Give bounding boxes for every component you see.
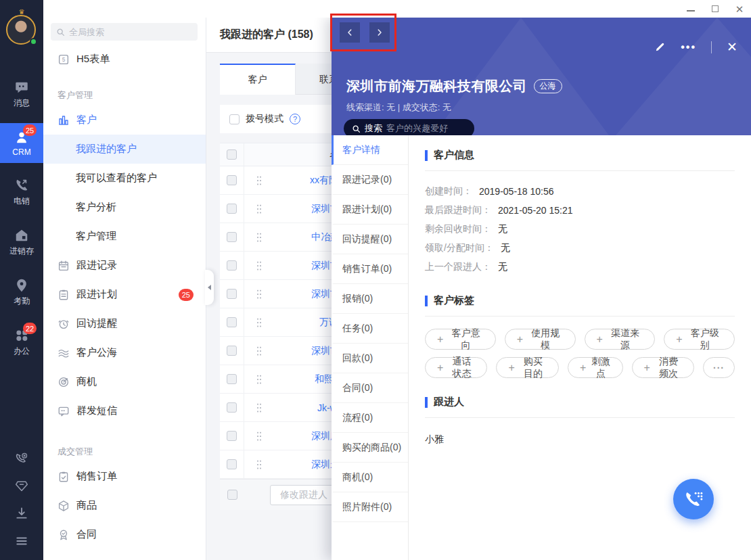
hamburger-menu-icon[interactable] xyxy=(15,534,28,548)
sidebar-item-products[interactable]: 商品 xyxy=(43,491,206,520)
row-checkbox[interactable] xyxy=(227,289,237,299)
row-checkbox[interactable] xyxy=(227,431,237,441)
row-checkbox[interactable] xyxy=(227,260,237,271)
sidebar-group-deal-mgmt: 成交管理 xyxy=(43,442,206,462)
vip-diamond-icon[interactable] xyxy=(15,479,28,492)
online-status-dot xyxy=(30,38,37,45)
detail-tab-purchased-products[interactable]: 购买的商品(0) xyxy=(332,433,408,463)
drag-handle-icon[interactable] xyxy=(256,232,261,243)
change-follower-button[interactable]: 修改跟进人 xyxy=(270,485,338,505)
detail-tab-followup-plans[interactable]: 跟进计划(0) xyxy=(332,195,408,225)
row-checkbox[interactable] xyxy=(227,232,237,242)
minimize-button[interactable] xyxy=(686,4,696,14)
detail-tab-sales-orders[interactable]: 销售订单(0) xyxy=(332,254,408,284)
interest-search-box[interactable]: 搜索 客户的兴趣爱好 xyxy=(344,119,474,135)
sidebar-item-callback-reminders[interactable]: 回访提醒 xyxy=(43,309,206,338)
select-all-checkbox[interactable] xyxy=(227,149,237,160)
sidebar-item-customer-analysis[interactable]: 客户分析 xyxy=(43,193,206,222)
sidebar-item-followup-records[interactable]: 跟进记录 xyxy=(43,251,206,280)
add-tag-channel-source[interactable]: +渠道来源 xyxy=(585,329,656,350)
row-checkbox[interactable] xyxy=(227,204,237,214)
tab-customers[interactable]: 客户 xyxy=(220,64,296,95)
sidebar-item-viewable-customers[interactable]: 我可以查看的客户 xyxy=(43,164,206,193)
row-checkbox[interactable] xyxy=(227,402,237,413)
sidebar-item-contracts[interactable]: 合同 xyxy=(43,520,206,549)
sidebar-item-followup-plans[interactable]: 跟进计划 25 xyxy=(43,280,206,309)
close-panel-icon[interactable]: ✕ xyxy=(727,41,737,53)
more-actions-icon[interactable]: ••• xyxy=(681,42,696,53)
search-icon xyxy=(352,124,361,133)
add-tag-stimulus-point[interactable]: +刺激点 xyxy=(568,357,623,378)
footer-select-all-checkbox[interactable] xyxy=(227,490,237,500)
drag-handle-icon[interactable] xyxy=(256,260,261,271)
sidebar-item-bulk-sms[interactable]: 群发短信 xyxy=(43,396,206,425)
next-customer-button[interactable] xyxy=(369,22,390,43)
drag-handle-icon[interactable] xyxy=(256,346,261,356)
add-tag-customer-level[interactable]: +客户级别 xyxy=(664,329,735,350)
help-icon[interactable]: ? xyxy=(290,114,300,124)
sidebar-item-h5-form[interactable]: H5表单 xyxy=(43,45,206,74)
detail-tab-followup-records[interactable]: 跟进记录(0) xyxy=(332,165,408,195)
detail-tab-opportunities[interactable]: 商机(0) xyxy=(332,463,408,492)
row-checkbox[interactable] xyxy=(227,374,237,384)
row-checkbox[interactable] xyxy=(227,346,237,356)
sidebar-item-sales-orders[interactable]: 销售订单 xyxy=(43,462,206,491)
detail-tab-payments[interactable]: 回款(0) xyxy=(332,344,408,373)
order-check-icon xyxy=(58,471,70,483)
detail-tab-workflows[interactable]: 流程(0) xyxy=(332,403,408,433)
rail-item-office[interactable]: 办公 22 xyxy=(0,321,43,363)
rail-item-telesales[interactable]: 电销 xyxy=(0,171,43,213)
sidebar-item-my-followed-customers[interactable]: 我跟进的客户 xyxy=(43,135,206,164)
more-tags-button[interactable]: ··· xyxy=(703,357,735,378)
rail-item-inventory[interactable]: 进销存 xyxy=(0,221,43,263)
detail-tab-customer-info[interactable]: 客户详情 xyxy=(332,135,408,165)
add-tag-customer-intent[interactable]: +客户意向 xyxy=(425,329,496,350)
drag-handle-icon[interactable] xyxy=(256,431,261,442)
user-avatar[interactable]: ♛ xyxy=(6,15,37,46)
add-tag-call-status[interactable]: +通话状态 xyxy=(425,357,487,378)
rail-item-crm[interactable]: CRM 25 xyxy=(0,123,43,163)
sidebar-item-customer-management[interactable]: 客户管理 xyxy=(43,222,206,251)
location-pin-icon xyxy=(14,278,29,293)
row-checkbox[interactable] xyxy=(227,175,237,185)
global-search-input[interactable] xyxy=(69,27,192,37)
add-tag-consumption-frequency[interactable]: +消费频次 xyxy=(632,357,694,378)
sidebar-collapse-handle[interactable] xyxy=(205,270,214,305)
dial-mode-checkbox[interactable] xyxy=(229,114,240,124)
sidebar-item-opportunities[interactable]: 商机 xyxy=(43,367,206,396)
call-fab-button[interactable] xyxy=(673,479,714,519)
store-icon xyxy=(14,228,29,243)
detail-tab-callback-reminders[interactable]: 回访提醒(0) xyxy=(332,225,408,254)
download-icon[interactable] xyxy=(15,507,28,520)
row-checkbox[interactable] xyxy=(227,317,237,327)
customer-detail-panel: ••• ✕ 深圳市前海万融科技有限公司 公海 线索渠道: 无 | 成交状态: 无… xyxy=(332,18,751,560)
sidebar-item-public-pool[interactable]: 客户公海 xyxy=(43,338,206,367)
edit-pencil-icon[interactable] xyxy=(654,41,666,53)
drag-handle-icon[interactable] xyxy=(256,402,261,413)
drag-handle-icon[interactable] xyxy=(256,289,261,300)
detail-tab-contracts[interactable]: 合同(0) xyxy=(332,373,408,403)
drag-handle-icon[interactable] xyxy=(256,317,261,328)
detail-tab-tasks[interactable]: 任务(0) xyxy=(332,314,408,344)
customer-title: 深圳市前海万融科技有限公司 xyxy=(346,77,527,95)
global-search-box[interactable] xyxy=(51,23,198,41)
rail-item-messages[interactable]: 消息 xyxy=(0,73,43,115)
detail-tab-photo-attachments[interactable]: 照片附件(0) xyxy=(332,492,408,522)
add-tag-purchase-purpose[interactable]: +购买目的 xyxy=(496,357,558,378)
maximize-button[interactable] xyxy=(710,4,720,14)
phone-icon xyxy=(14,178,29,193)
add-tag-usage-scale[interactable]: +使用规模 xyxy=(505,329,576,350)
drag-handle-icon[interactable] xyxy=(256,459,261,470)
rail-item-attendance[interactable]: 考勤 xyxy=(0,271,43,313)
drag-handle-icon[interactable] xyxy=(256,204,261,214)
close-window-button[interactable]: ✕ xyxy=(735,4,744,14)
detail-tab-expenses[interactable]: 报销(0) xyxy=(332,284,408,314)
prev-customer-button[interactable] xyxy=(340,22,360,43)
sidebar-item-customers[interactable]: 客户 xyxy=(43,106,206,135)
drag-handle-icon[interactable] xyxy=(256,374,261,385)
drag-handle-icon[interactable] xyxy=(256,175,261,186)
row-checkbox[interactable] xyxy=(227,459,237,469)
call-block-icon[interactable] xyxy=(15,451,28,465)
chat-icon xyxy=(14,80,29,95)
target-icon xyxy=(58,376,70,388)
